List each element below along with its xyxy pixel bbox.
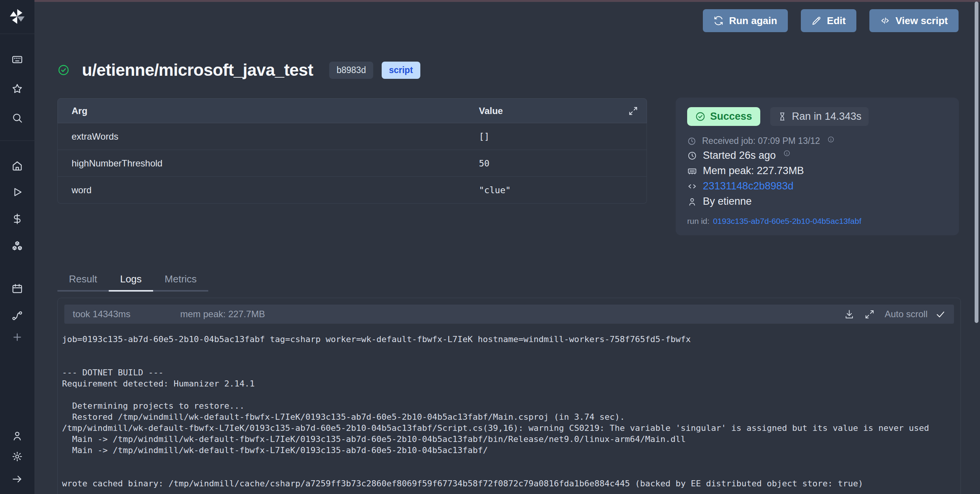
arg-name: highNumberThreshold (58, 158, 479, 169)
user-icon (11, 430, 23, 442)
sidebar-item-workspace[interactable] (9, 51, 26, 68)
sidebar-item-resources[interactable] (9, 238, 26, 254)
sidebar-item-home[interactable] (9, 157, 26, 174)
info-icon[interactable] (827, 136, 835, 143)
started-label: Started 26s ago (703, 150, 776, 161)
windmill-logo-icon[interactable] (8, 8, 26, 27)
edit-label: Edit (827, 15, 846, 27)
arg-value: 50 (479, 158, 490, 168)
log-header: took 14343ms mem peak: 227.7MB Auto scro… (64, 305, 954, 324)
sidebar-item-settings[interactable] (9, 448, 26, 465)
autoscroll-label[interactable]: Auto scroll (885, 309, 928, 320)
author-row: By etienne (687, 196, 947, 207)
sidebar-item-variables[interactable] (9, 210, 26, 227)
view-script-button[interactable]: View script (869, 9, 959, 32)
boxes-icon (11, 240, 23, 252)
arrow-right-icon (11, 473, 23, 485)
status-row: Success Ran in 14.343s (687, 107, 947, 126)
received-label: Received job: 07:09 PM 13/12 (702, 136, 820, 146)
sidebar-item-account[interactable] (9, 427, 26, 444)
success-check-icon (57, 64, 70, 76)
download-icon[interactable] (844, 309, 854, 320)
action-buttons: Run again Edit View script (703, 9, 959, 32)
sidebar-item-schedules[interactable] (9, 280, 26, 297)
table-row: extraWords [] (57, 123, 647, 150)
pencil-icon (812, 16, 822, 26)
page-scrollbar[interactable] (975, 2, 978, 323)
table-row: word "clue" (57, 177, 647, 204)
tab-result[interactable]: Result (57, 273, 109, 292)
page-title: u/etienne/microsoft_java_test (82, 60, 313, 80)
tab-logs[interactable]: Logs (109, 273, 153, 292)
window-top-edge (0, 0, 980, 2)
sidebar-item-favorites[interactable] (9, 80, 26, 97)
run-id-label: run id: (687, 217, 709, 226)
run-id-row: run id: 0193c135-ab7d-60e5-2b10-04b5ac13… (687, 217, 947, 226)
args-table: Arg Value extraWords [] highNumberThresh… (57, 98, 647, 204)
run-again-button[interactable]: Run again (703, 9, 788, 32)
memory-icon (687, 166, 697, 176)
sidebar-item-search[interactable] (9, 109, 26, 126)
table-row: highNumberThreshold 50 (57, 150, 647, 177)
clock-icon (687, 151, 697, 161)
mem-peak-row: Mem peak: 227.73MB (687, 165, 947, 177)
status-label: Success (710, 111, 752, 122)
edit-button[interactable]: Edit (801, 9, 856, 32)
arg-value: "clue" (479, 185, 511, 195)
received-row: Received job: 07:09 PM 13/12 (687, 136, 947, 146)
result-tabs: Result Logs Metrics (57, 273, 208, 292)
check-circle-icon (695, 111, 706, 122)
info-icon[interactable] (783, 150, 791, 157)
duration-label: Ran in 14.343s (792, 111, 862, 122)
search-icon (11, 112, 23, 124)
sidebar-item-flows[interactable] (9, 307, 26, 324)
keyboard-icon (11, 54, 23, 65)
title-row: u/etienne/microsoft_java_test b8983d scr… (57, 60, 420, 80)
arg-name: word (58, 185, 479, 196)
gear-icon (11, 451, 23, 462)
view-script-label: View script (895, 15, 948, 27)
author-label: By etienne (703, 196, 752, 207)
star-icon (11, 83, 23, 95)
clock-icon (687, 137, 696, 146)
status-badge: Success (687, 107, 760, 126)
user-icon (687, 197, 697, 207)
home-icon (11, 160, 23, 171)
refresh-icon (714, 16, 724, 26)
started-row: Started 26s ago (687, 150, 947, 161)
arg-name: extraWords (58, 131, 479, 142)
hourglass-icon (777, 112, 787, 121)
sidebar (0, 0, 34, 494)
tab-metrics[interactable]: Metrics (153, 273, 208, 292)
args-table-header: Arg Value (57, 98, 647, 123)
type-badge[interactable]: script (382, 62, 420, 79)
code-icon (687, 181, 697, 191)
log-mem-peak-label: mem peak: 227.7MB (180, 309, 265, 320)
log-took-label: took 14343ms (73, 309, 131, 320)
run-id-link[interactable]: 0193c135-ab7d-60e5-2b10-04b5ac13fabf (713, 217, 861, 226)
job-details-card: Success Ran in 14.343s Received job: 07:… (676, 98, 959, 235)
calendar-icon (11, 283, 23, 294)
log-panel: took 14343ms mem peak: 227.7MB Auto scro… (57, 298, 961, 494)
log-output[interactable]: job=0193c135-ab7d-60e5-2b10-04b5ac13fabf… (58, 334, 960, 489)
sidebar-item-collapse[interactable] (9, 471, 26, 487)
version-badge: b8983d (329, 62, 373, 79)
script-hash-row: 23131148c2b8983d (687, 180, 947, 192)
expand-icon[interactable] (864, 309, 875, 320)
mem-peak-label: Mem peak: 227.73MB (703, 165, 804, 177)
sidebar-divider (0, 34, 34, 34)
code-icon (880, 16, 890, 26)
arg-value: [] (479, 132, 490, 142)
route-icon (11, 310, 23, 321)
dollar-icon (11, 213, 23, 225)
expand-icon[interactable] (628, 106, 638, 116)
run-again-label: Run again (729, 15, 777, 27)
play-icon (11, 186, 23, 198)
script-hash-link[interactable]: 23131148c2b8983d (703, 180, 794, 192)
plus-icon (11, 331, 23, 343)
duration-chip: Ran in 14.343s (770, 107, 869, 126)
sidebar-item-add[interactable] (9, 329, 26, 346)
column-header-arg: Arg (58, 106, 479, 116)
sidebar-item-runs[interactable] (9, 184, 26, 201)
checkmark-icon[interactable] (935, 309, 946, 320)
